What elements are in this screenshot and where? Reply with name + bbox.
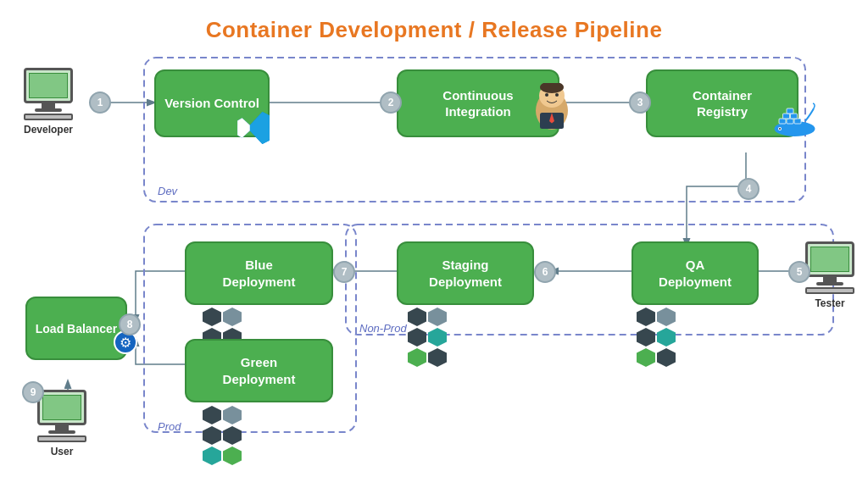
user-keyboard xyxy=(37,435,86,442)
developer-label: Developer xyxy=(24,124,73,136)
svg-rect-22 xyxy=(787,119,793,124)
tester-keyboard xyxy=(805,287,854,294)
step-8-circle: 8 xyxy=(119,313,141,336)
hex-1 xyxy=(637,308,655,326)
hex-g3 xyxy=(203,426,221,445)
step-7-circle: 7 xyxy=(333,261,355,283)
step-9-circle: 9 xyxy=(22,381,44,403)
qa-deployment-box: QADeployment xyxy=(632,241,759,305)
user-icon: User xyxy=(37,390,86,458)
developer-monitor xyxy=(24,68,73,103)
hex-g4 xyxy=(223,426,242,445)
developer-keyboard xyxy=(24,114,73,120)
user-label: User xyxy=(51,446,74,458)
vscode-icon xyxy=(236,110,271,149)
svg-point-17 xyxy=(555,93,559,97)
svg-rect-21 xyxy=(779,119,786,124)
non-prod-region-label: Non-Prod xyxy=(359,322,407,335)
staging-deployment-box: StagingDeployment xyxy=(397,241,534,305)
step-2-circle: 2 xyxy=(380,92,402,114)
hex-b2 xyxy=(223,308,242,326)
qa-hex-cluster xyxy=(636,307,695,368)
staging-hex-cluster xyxy=(407,307,466,368)
page-title: Container Development / Release Pipeline xyxy=(0,7,868,43)
tester-icon: Tester xyxy=(805,241,854,309)
hex-s5 xyxy=(408,348,426,367)
hex-g6 xyxy=(223,446,242,465)
hex-s4 xyxy=(428,328,447,347)
hex-s2 xyxy=(428,308,447,326)
tester-monitor xyxy=(805,241,854,277)
developer-base xyxy=(35,108,62,112)
hex-g5 xyxy=(203,446,221,465)
green-hex-cluster xyxy=(202,405,261,466)
svg-point-16 xyxy=(545,93,548,97)
hex-2 xyxy=(657,308,676,326)
blue-deployment-box: BlueDeployment xyxy=(185,241,333,305)
hex-s6 xyxy=(428,348,447,367)
step-6-circle: 6 xyxy=(534,261,556,283)
developer-icon: Developer xyxy=(24,68,73,136)
svg-marker-11 xyxy=(250,112,270,144)
hex-s1 xyxy=(408,308,426,326)
green-deployment-box: GreenDeployment xyxy=(185,339,333,402)
step-5-circle: 5 xyxy=(788,261,810,283)
svg-rect-25 xyxy=(791,114,798,119)
svg-rect-23 xyxy=(794,119,801,124)
tester-label: Tester xyxy=(815,297,844,309)
user-base xyxy=(48,430,75,434)
tester-screen xyxy=(810,247,849,272)
svg-rect-24 xyxy=(783,114,790,119)
load-balancer-box: Load Balancer xyxy=(25,297,127,360)
hex-g2 xyxy=(223,406,242,424)
jenkins-icon xyxy=(531,83,573,137)
user-screen xyxy=(42,395,81,420)
hex-s3 xyxy=(408,328,426,347)
pipeline-diagram: Container Development / Release Pipeline xyxy=(0,0,868,488)
hex-3 xyxy=(637,328,655,347)
dev-region-label: Dev xyxy=(158,185,177,197)
hex-6 xyxy=(657,348,676,367)
hex-g1 xyxy=(203,406,221,424)
user-monitor xyxy=(37,390,86,425)
tester-base xyxy=(816,282,843,286)
svg-rect-26 xyxy=(787,108,793,114)
svg-point-28 xyxy=(779,128,781,130)
svg-marker-12 xyxy=(237,118,250,138)
hex-4 xyxy=(657,328,676,347)
step-4-circle: 4 xyxy=(737,178,760,200)
prod-region-label: Prod xyxy=(158,420,181,433)
docker-icon xyxy=(771,100,818,142)
hex-b1 xyxy=(203,308,221,326)
hex-5 xyxy=(637,348,655,367)
developer-screen xyxy=(29,73,68,98)
step-1-circle: 1 xyxy=(89,92,111,114)
step-3-circle: 3 xyxy=(629,92,651,114)
